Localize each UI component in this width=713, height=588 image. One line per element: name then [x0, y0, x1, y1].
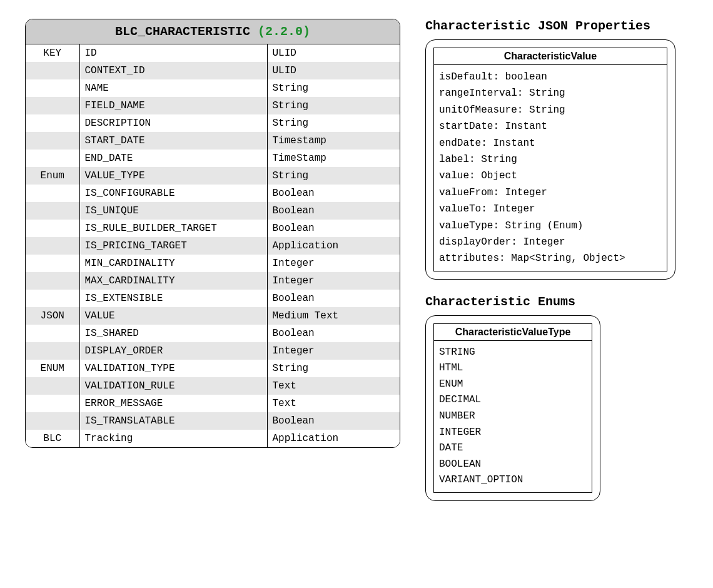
table-row: END_DATETimeStamp: [26, 150, 400, 167]
row-tag: JSON: [26, 307, 79, 325]
row-column-name: VALIDATION_TYPE: [79, 360, 267, 377]
enum-line: BOOLEAN: [439, 457, 587, 473]
row-column-type: Text: [267, 377, 400, 395]
table-row: START_DATETimestamp: [26, 132, 400, 150]
row-column-name: ID: [79, 44, 267, 62]
row-column-name: VALUE_TYPE: [79, 167, 267, 185]
row-tag: [26, 325, 79, 342]
row-column-type: Boolean: [267, 185, 400, 202]
table-row: IS_RULE_BUILDER_TARGETBoolean: [26, 220, 400, 237]
row-column-name: IS_EXTENSIBLE: [79, 290, 267, 307]
row-column-type: Timestamp: [267, 132, 400, 150]
row-tag: [26, 395, 79, 412]
row-column-name: NAME: [79, 79, 267, 97]
table-row: EnumVALUE_TYPEString: [26, 167, 400, 185]
table-row: MAX_CARDINALITYInteger: [26, 272, 400, 290]
row-tag: ENUM: [26, 360, 79, 377]
table-row: KEYIDULID: [26, 44, 400, 62]
table-row: FIELD_NAMEString: [26, 97, 400, 114]
row-column-name: VALIDATION_RULE: [79, 377, 267, 395]
json-prop-line: startDate: Instant: [439, 118, 662, 134]
row-column-name: MIN_CARDINALITY: [79, 255, 267, 272]
row-column-type: String: [267, 114, 400, 132]
row-tag: [26, 97, 79, 114]
table-row: JSONVALUEMedium Text: [26, 307, 400, 325]
row-tag: [26, 202, 79, 220]
row-tag: Enum: [26, 167, 79, 185]
json-prop-line: valueTo: Integer: [439, 201, 662, 217]
table-row: BLCTrackingApplication: [26, 430, 400, 447]
row-tag: [26, 62, 79, 79]
enum-line: DATE: [439, 440, 587, 457]
enum-line: DECIMAL: [439, 392, 587, 408]
row-tag: [26, 132, 79, 150]
row-column-type: Integer: [267, 255, 400, 272]
row-tag: KEY: [26, 44, 79, 62]
enum-line: ENUM: [439, 377, 587, 393]
schema-table: BLC_CHARACTERISTIC (2.2.0) KEYIDULIDCONT…: [25, 19, 400, 448]
row-column-name: DISPLAY_ORDER: [79, 342, 267, 360]
json-prop-line: attributes: Map<String, Object>: [439, 250, 662, 266]
row-column-type: String: [267, 167, 400, 185]
table-row: IS_PRICING_TARGETApplication: [26, 237, 400, 255]
row-tag: [26, 342, 79, 360]
json-props-card: CharacteristicValue isDefault: booleanra…: [425, 39, 675, 280]
row-column-name: CONTEXT_ID: [79, 62, 267, 79]
row-tag: BLC: [26, 430, 79, 447]
table-row: DESCRIPTIONString: [26, 114, 400, 132]
row-tag: [26, 255, 79, 272]
enums-box-title: CharacteristicValueType: [434, 324, 592, 341]
json-prop-line: rangeInterval: String: [439, 85, 662, 101]
row-column-name: IS_SHARED: [79, 325, 267, 342]
json-prop-line: unitOfMeasure: String: [439, 102, 662, 118]
row-column-type: String: [267, 360, 400, 377]
json-prop-line: endDate: Instant: [439, 135, 662, 151]
json-props-body: isDefault: booleanrangeInterval: Stringu…: [434, 65, 667, 271]
row-column-name: MAX_CARDINALITY: [79, 272, 267, 290]
schema-rows: KEYIDULIDCONTEXT_IDULIDNAMEStringFIELD_N…: [26, 44, 400, 447]
json-props-box-title: CharacteristicValue: [434, 48, 667, 65]
enum-line: STRING: [439, 345, 587, 361]
row-tag: [26, 220, 79, 237]
table-row: IS_UNIQUEBoolean: [26, 202, 400, 220]
json-props-inner: CharacteristicValue isDefault: booleanra…: [433, 48, 667, 271]
row-tag: [26, 290, 79, 307]
row-tag: [26, 412, 79, 430]
row-column-type: Text: [267, 395, 400, 412]
diagram-layout: BLC_CHARACTERISTIC (2.2.0) KEYIDULIDCONT…: [25, 19, 688, 501]
row-column-type: Application: [267, 430, 400, 447]
enums-body: STRINGHTMLENUMDECIMALNUMBERINTEGERDATEBO…: [434, 341, 592, 492]
schema-title: BLC_CHARACTERISTIC (2.2.0): [26, 19, 400, 44]
row-column-type: Integer: [267, 272, 400, 290]
row-column-name: FIELD_NAME: [79, 97, 267, 114]
row-column-name: DESCRIPTION: [79, 114, 267, 132]
row-column-type: Boolean: [267, 412, 400, 430]
json-prop-line: displayOrder: Integer: [439, 234, 662, 250]
schema-title-name: BLC_CHARACTERISTIC: [115, 24, 250, 39]
table-row: ERROR_MESSAGEText: [26, 395, 400, 412]
row-tag: [26, 237, 79, 255]
row-column-type: Medium Text: [267, 307, 400, 325]
row-tag: [26, 272, 79, 290]
row-tag: [26, 150, 79, 167]
schema-column: BLC_CHARACTERISTIC (2.2.0) KEYIDULIDCONT…: [25, 19, 400, 448]
table-row: CONTEXT_IDULID: [26, 62, 400, 79]
row-tag: [26, 185, 79, 202]
enum-line: NUMBER: [439, 408, 587, 425]
json-prop-line: valueType: String (Enum): [439, 218, 662, 234]
enums-section: Characteristic Enums CharacteristicValue…: [425, 295, 675, 501]
row-column-name: Tracking: [79, 430, 267, 447]
row-column-name: IS_CONFIGURABLE: [79, 185, 267, 202]
row-column-type: TimeStamp: [267, 150, 400, 167]
json-props-heading: Characteristic JSON Properties: [425, 19, 675, 33]
schema-version: (2.2.0): [258, 24, 310, 39]
row-column-name: END_DATE: [79, 150, 267, 167]
enums-inner: CharacteristicValueType STRINGHTMLENUMDE…: [433, 323, 592, 493]
row-column-name: ERROR_MESSAGE: [79, 395, 267, 412]
row-column-name: IS_UNIQUE: [79, 202, 267, 220]
row-column-name: IS_RULE_BUILDER_TARGET: [79, 220, 267, 237]
row-column-type: ULID: [267, 62, 400, 79]
row-column-name: IS_TRANSLATABLE: [79, 412, 267, 430]
row-column-type: Boolean: [267, 290, 400, 307]
row-tag: [26, 79, 79, 97]
